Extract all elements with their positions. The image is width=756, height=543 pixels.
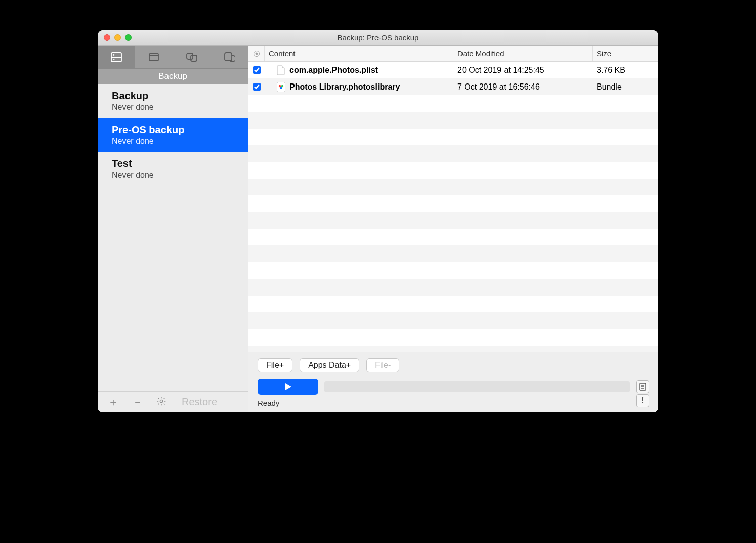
svg-rect-6	[187, 53, 193, 59]
file-remove-button[interactable]: File-	[366, 358, 399, 372]
table-row-empty	[248, 296, 658, 312]
table-row-empty	[248, 279, 658, 296]
table-row-empty	[248, 329, 658, 346]
file-date: 20 Oct 2019 at 14:25:45	[453, 62, 593, 78]
col-size[interactable]: Size	[593, 46, 658, 61]
sidebar-item-backup[interactable]: BackupNever done	[98, 84, 248, 118]
file-size: 3.76 KB	[593, 62, 658, 78]
table-row-empty	[248, 162, 658, 179]
col-content[interactable]: Content	[265, 46, 453, 61]
svg-point-11	[256, 53, 258, 55]
restore-button[interactable]: Restore	[182, 396, 217, 408]
nav-item-title: Backup	[112, 90, 237, 102]
nav-item-title: Pre-OS backup	[112, 124, 237, 136]
table-row-empty	[248, 229, 658, 245]
titlebar[interactable]: Backup: Pre-OS backup	[98, 30, 658, 46]
tab-schedule[interactable]	[211, 46, 248, 68]
sidebar-list: BackupNever donePre-OS backupNever doneT…	[98, 84, 248, 391]
tab-sync[interactable]	[173, 46, 211, 68]
file-size: Bundle	[593, 78, 658, 95]
table-row[interactable]: Photos Library.photoslibrary7 Oct 2019 a…	[248, 78, 658, 95]
alert-icon[interactable]: !	[636, 394, 649, 407]
sidebar-item-test[interactable]: TestNever done	[98, 152, 248, 186]
run-button[interactable]	[258, 379, 318, 395]
table-row-empty	[248, 346, 658, 352]
svg-marker-16	[285, 383, 291, 390]
file-name: Photos Library.photoslibrary	[289, 82, 400, 92]
main-panel: Content Date Modified Size com.apple.Pho…	[248, 46, 658, 412]
table-header: Content Date Modified Size	[248, 46, 658, 62]
svg-point-15	[280, 87, 282, 89]
table-row-empty	[248, 245, 658, 262]
run-row	[258, 379, 649, 395]
row-checkbox[interactable]	[253, 83, 261, 91]
svg-point-13	[279, 85, 281, 87]
table-row-empty	[248, 145, 658, 162]
status-label: Ready	[258, 399, 649, 407]
add-button[interactable]: ＋	[108, 397, 119, 408]
tab-backups[interactable]	[98, 46, 135, 68]
sidebar-toolbar	[98, 46, 248, 69]
progress-bar	[324, 381, 630, 392]
log-icon[interactable]	[636, 380, 649, 393]
svg-point-9	[160, 400, 162, 402]
table-body: com.apple.Photos.plist20 Oct 2019 at 14:…	[248, 62, 658, 352]
table-row-empty	[248, 262, 658, 279]
file-icon	[277, 65, 285, 75]
settings-icon[interactable]	[156, 396, 166, 408]
tab-archives[interactable]	[135, 46, 173, 68]
photos-icon	[277, 82, 285, 92]
window-body: Backup BackupNever donePre-OS backupNeve…	[98, 46, 658, 412]
svg-point-2	[114, 55, 114, 55]
table-row-empty	[248, 179, 658, 195]
bottom-bar: File+ Apps Data+ File- Ready !	[248, 352, 658, 412]
nav-item-title: Test	[112, 158, 237, 170]
table-row-empty	[248, 95, 658, 112]
row-checkbox[interactable]	[253, 66, 261, 74]
table-row-empty	[248, 129, 658, 145]
file-button-row: File+ Apps Data+ File-	[258, 358, 649, 372]
svg-point-14	[281, 85, 283, 87]
table-row-empty	[248, 112, 658, 129]
table-row-empty	[248, 195, 658, 212]
sidebar: Backup BackupNever donePre-OS backupNeve…	[98, 46, 248, 412]
nav-item-subtitle: Never done	[112, 103, 237, 112]
svg-rect-4	[149, 54, 158, 61]
file-name: com.apple.Photos.plist	[289, 66, 378, 75]
file-date: 7 Oct 2019 at 16:56:46	[453, 78, 593, 95]
table-row[interactable]: com.apple.Photos.plist20 Oct 2019 at 14:…	[248, 62, 658, 78]
sidebar-section-label: Backup	[98, 69, 248, 84]
table-row-empty	[248, 212, 658, 229]
remove-button[interactable]: －	[132, 397, 143, 408]
file-add-button[interactable]: File+	[258, 358, 292, 372]
table-row-empty	[248, 312, 658, 329]
col-date[interactable]: Date Modified	[453, 46, 593, 61]
svg-point-3	[114, 59, 114, 60]
svg-rect-7	[191, 55, 197, 61]
window-title: Backup: Pre-OS backup	[98, 33, 658, 42]
sidebar-footer: ＋ － Restore	[98, 391, 248, 412]
nav-item-subtitle: Never done	[112, 137, 237, 146]
svg-rect-8	[225, 53, 232, 61]
nav-item-subtitle: Never done	[112, 171, 237, 180]
radio-header-icon[interactable]	[248, 46, 265, 61]
sidebar-item-pre-os-backup[interactable]: Pre-OS backupNever done	[98, 118, 248, 152]
app-window: Backup: Pre-OS backup Backup BackupNever…	[98, 30, 658, 412]
apps-data-button[interactable]: Apps Data+	[300, 358, 359, 372]
